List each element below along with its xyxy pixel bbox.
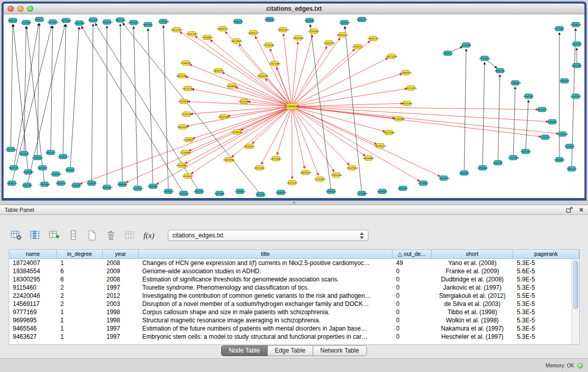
graph-node[interactable]: 18099734: [213, 69, 225, 73]
graph-node[interactable]: 8837410: [37, 166, 48, 170]
graph-node[interactable]: 10648297: [71, 183, 82, 188]
close-panel-icon[interactable]: ×: [579, 207, 583, 213]
graph-node[interactable]: 16951482: [254, 166, 266, 170]
graph-node[interactable]: 10358246: [570, 23, 582, 27]
graph-node[interactable]: 18073268: [386, 54, 398, 59]
graph-node[interactable]: 9306485: [117, 182, 127, 187]
graph-node[interactable]: 9742301: [554, 27, 564, 31]
graph-node[interactable]: 10746281: [477, 166, 489, 170]
graph-node[interactable]: 10926753: [6, 181, 18, 186]
graph-node[interactable]: 15472908: [383, 130, 395, 135]
graph-node[interactable]: 10289346: [23, 170, 34, 174]
graph-node[interactable]: 11250934: [47, 20, 59, 25]
create-column-icon[interactable]: [48, 229, 60, 242]
zoom-window-icon[interactable]: [27, 6, 33, 12]
graph-node[interactable]: 17612084: [269, 61, 281, 66]
graph-node[interactable]: 11485093: [510, 81, 521, 85]
graph-node[interactable]: 8952136: [115, 18, 125, 23]
graph-node[interactable]: 8812365: [572, 63, 582, 68]
table-row[interactable]: 1830029562008Estimation of significance …: [9, 275, 579, 283]
graph-node[interactable]: 11864530: [101, 20, 113, 25]
graph-node[interactable]: 9083157: [567, 167, 577, 171]
graph-node[interactable]: 16095214: [375, 144, 386, 148]
graph-node[interactable]: 8903745: [493, 161, 503, 165]
graph-node[interactable]: 11230648: [557, 132, 569, 137]
graph-node[interactable]: 11408253: [57, 155, 69, 159]
graph-node[interactable]: 12160468: [393, 117, 405, 121]
graph-node[interactable]: 8764209: [22, 183, 32, 188]
graph-node[interactable]: 11546820: [234, 189, 246, 194]
graph-node[interactable]: 11573208: [5, 147, 17, 152]
network-canvas[interactable]: 1724093418510734190124531728406220843711…: [4, 14, 584, 198]
graph-node[interactable]: 11029465: [339, 20, 351, 25]
graph-node[interactable]: 15823906: [223, 158, 235, 162]
window-titlebar[interactable]: citations_edges.txt: [4, 4, 584, 14]
graph-node[interactable]: 19104583: [176, 163, 188, 168]
tab-network-table[interactable]: Network Table: [313, 345, 367, 356]
graph-node[interactable]: 11629578: [438, 176, 450, 181]
graph-node[interactable]: 8903627: [46, 150, 56, 155]
graph-node[interactable]: 10857402: [193, 189, 205, 194]
graph-node[interactable]: 9637281: [524, 94, 534, 99]
graph-node[interactable]: 18434098: [257, 74, 269, 78]
graph-node[interactable]: 9652174: [9, 166, 19, 170]
graph-node[interactable]: 18274365: [270, 157, 282, 161]
graph-node[interactable]: 9534082: [377, 189, 387, 194]
table-row[interactable]: 946362711997Embryonic stem cells: a mode…: [9, 333, 579, 341]
delete-table-icon[interactable]: [105, 229, 117, 242]
panel-splitter[interactable]: [0, 201, 588, 205]
table-vertical-scrollbar[interactable]: [572, 259, 579, 344]
graph-node[interactable]: 10237845: [20, 20, 32, 25]
tab-node-table[interactable]: Node Table: [221, 345, 268, 356]
graph-node[interactable]: 19328540: [178, 99, 190, 104]
graph-node[interactable]: 16329047: [287, 181, 298, 185]
graph-node[interactable]: 9264830: [19, 151, 29, 156]
column-header-year[interactable]: year: [103, 250, 139, 259]
graph-node[interactable]: 17544382: [308, 29, 320, 34]
graph-node[interactable]: 17236849: [180, 150, 191, 155]
graph-node[interactable]: 19565370: [277, 28, 289, 32]
graph-node[interactable]: 18870329: [300, 170, 312, 175]
graph-node[interactable]: 10738154: [32, 156, 43, 160]
graph-node[interactable]: 17095712: [352, 45, 364, 49]
delete-rows-icon[interactable]: [67, 229, 79, 242]
column-header-pagerank[interactable]: pagerank: [513, 250, 579, 259]
graph-node[interactable]: 15134875: [314, 177, 326, 182]
graph-node[interactable]: 18417296: [176, 74, 188, 78]
table-row[interactable]: 977716911998Corpus callosum shape and si…: [9, 308, 579, 316]
graph-node[interactable]: 20360734: [323, 41, 335, 46]
table-row[interactable]: 2242004622012Investigating the contribut…: [9, 292, 579, 300]
graph-node[interactable]: 11305846: [39, 182, 51, 187]
graph-node[interactable]: 17485903: [400, 71, 412, 75]
close-window-icon[interactable]: [8, 6, 14, 12]
graph-node[interactable]: 9617283: [520, 149, 531, 154]
table-selector-dropdown[interactable]: citations_edges.txt: [168, 230, 368, 241]
import-table-icon[interactable]: [124, 229, 136, 242]
minimize-window-icon[interactable]: [17, 6, 24, 12]
tab-edge-table[interactable]: Edge Table: [268, 345, 313, 356]
graph-node[interactable]: 10743265: [128, 20, 140, 25]
graph-node[interactable]: 8930256: [495, 69, 505, 73]
graph-node[interactable]: 16358027: [182, 174, 194, 179]
graph-node[interactable]: 8946153: [326, 189, 336, 194]
graph-node[interactable]: 9650841: [143, 23, 153, 27]
graph-node[interactable]: 16742093: [181, 112, 193, 117]
graph-node[interactable]: 19237503: [346, 166, 358, 170]
graph-node[interactable]: 9478632: [65, 168, 75, 172]
graph-node[interactable]: 9315764: [255, 192, 266, 197]
graph-node[interactable]: 9628314: [179, 191, 189, 196]
graph-node[interactable]: 10862945: [397, 186, 409, 191]
graph-node[interactable]: 9583170: [56, 181, 66, 186]
graph-node[interactable]: 11493057: [163, 189, 175, 194]
graph-node[interactable]: 10572943: [132, 186, 144, 191]
graph-node[interactable]: 11372594: [158, 19, 169, 24]
graph-node[interactable]: 19861204: [367, 36, 379, 41]
graph-node[interactable]: 9170436: [418, 181, 428, 186]
graph-node[interactable]: 10683429: [275, 190, 287, 195]
graph-node[interactable]: 18196582: [293, 36, 304, 40]
graph-node[interactable]: 17284062: [202, 35, 213, 40]
float-panel-icon[interactable]: [566, 207, 573, 213]
column-header-out_degree[interactable]: △ out_de...: [393, 250, 431, 259]
graph-node[interactable]: 18093415: [177, 125, 189, 129]
graph-node[interactable]: 8935261: [148, 184, 158, 189]
